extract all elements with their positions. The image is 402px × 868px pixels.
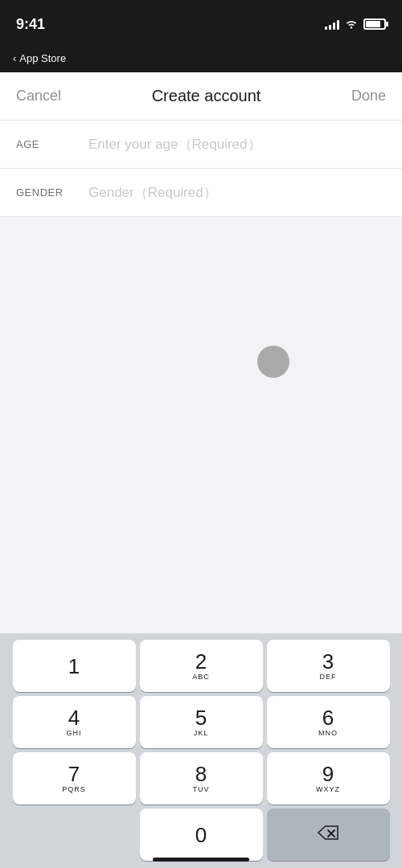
key-9[interactable]: 9 WXYZ	[267, 752, 390, 805]
app-store-nav[interactable]: ‹ App Store	[0, 48, 402, 72]
key-7[interactable]: 7 PQRS	[13, 752, 136, 805]
age-row: AGE	[0, 121, 402, 169]
key-8[interactable]: 8 TUV	[140, 752, 263, 805]
status-bar: 9:41	[0, 0, 402, 48]
content-area	[0, 217, 402, 442]
gender-row[interactable]: GENDER Gender（Required）	[0, 169, 402, 217]
gender-label: GENDER	[16, 186, 88, 199]
key-4[interactable]: 4 GHI	[13, 696, 136, 748]
key-0[interactable]: 0	[140, 809, 263, 861]
keyboard-row-2: 4 GHI 5 JKL 6 MNO	[3, 696, 399, 748]
keyboard-row-4: 0	[3, 809, 399, 861]
nav-bar: Cancel Create account Done	[0, 72, 402, 121]
numeric-keyboard: 1 2 ABC 3 DEF 4 GHI 5 JKL 6 MNO 7 PQRS	[0, 633, 402, 868]
keyboard-row-3: 7 PQRS 8 TUV 9 WXYZ	[3, 752, 399, 805]
age-label: AGE	[16, 138, 88, 150]
done-button[interactable]: Done	[351, 88, 386, 104]
key-2[interactable]: 2 ABC	[140, 640, 263, 692]
home-indicator	[153, 858, 249, 862]
back-button[interactable]: ‹ App Store	[13, 52, 66, 64]
backspace-icon	[317, 825, 339, 845]
key-1[interactable]: 1	[13, 640, 136, 692]
loading-indicator	[257, 346, 289, 378]
gender-placeholder: Gender（Required）	[88, 183, 386, 202]
cancel-button[interactable]: Cancel	[16, 88, 61, 104]
key-empty	[13, 809, 136, 861]
page-title: Create account	[152, 87, 261, 105]
key-3[interactable]: 3 DEF	[267, 640, 390, 692]
key-6[interactable]: 6 MNO	[267, 696, 390, 748]
keyboard-row-1: 1 2 ABC 3 DEF	[3, 640, 399, 692]
signal-icon	[325, 18, 339, 30]
age-input[interactable]	[88, 137, 386, 153]
backspace-button[interactable]	[267, 809, 390, 861]
status-time: 9:41	[16, 16, 45, 33]
battery-icon	[363, 18, 386, 30]
key-5[interactable]: 5 JKL	[140, 696, 263, 748]
status-icons	[325, 18, 386, 31]
wifi-icon	[344, 18, 359, 31]
form-section: AGE GENDER Gender（Required）	[0, 121, 402, 217]
